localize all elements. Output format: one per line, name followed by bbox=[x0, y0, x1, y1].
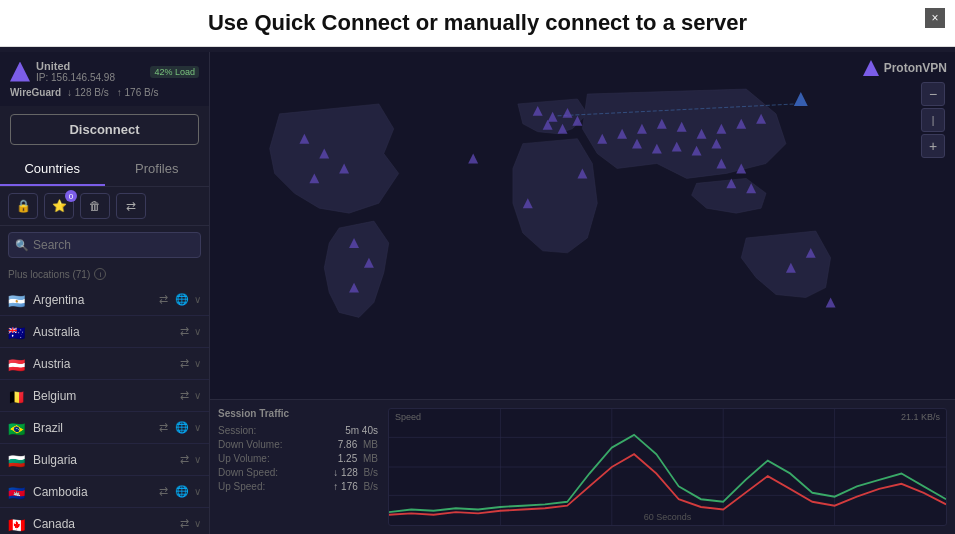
country-item-austria[interactable]: 🇦🇹 Austria ⇄ ∨ bbox=[0, 348, 209, 380]
disconnect-button[interactable]: Disconnect bbox=[10, 114, 199, 145]
stat-row-down-speed: Down Speed: ↓ 128 B/s bbox=[218, 467, 378, 478]
chevron-belgium[interactable]: ∨ bbox=[194, 390, 201, 401]
favorite-filter-button[interactable]: ⭐ 0 bbox=[44, 193, 74, 219]
chart-seconds-label: 60 Seconds bbox=[644, 512, 692, 522]
country-actions-austria: ⇄ ∨ bbox=[178, 355, 201, 372]
country-item-canada[interactable]: 🇨🇦 Canada ⇄ ∨ bbox=[0, 508, 209, 534]
secure-filter-button[interactable]: 🔒 bbox=[8, 193, 38, 219]
proton-brand-logo bbox=[863, 60, 879, 76]
info-icon: i bbox=[94, 268, 106, 280]
session-value: 5m 40s bbox=[345, 425, 378, 436]
connect-icon-brazil[interactable]: ⇄ bbox=[157, 419, 170, 436]
country-actions-brazil: ⇄ 🌐 ∨ bbox=[157, 419, 201, 436]
down-speed-label: Down Speed: bbox=[218, 467, 278, 478]
chevron-brazil[interactable]: ∨ bbox=[194, 422, 201, 433]
zoom-out-button[interactable]: − bbox=[921, 82, 945, 106]
tooltip-banner: Use Quick Connect or manually connect to… bbox=[0, 0, 955, 47]
flag-belgium: 🇧🇪 bbox=[8, 390, 26, 402]
load-badge: 42% Load bbox=[150, 66, 199, 78]
traffic-title: Session Traffic bbox=[218, 408, 378, 419]
flag-canada: 🇨🇦 bbox=[8, 518, 26, 530]
stat-row-up-vol: Up Volume: 1.25 MB bbox=[218, 453, 378, 464]
sidebar-header: United IP: 156.146.54.98 42% Load WireGu… bbox=[0, 52, 209, 106]
chevron-bulgaria[interactable]: ∨ bbox=[194, 454, 201, 465]
search-box: 🔍 bbox=[8, 232, 201, 258]
flag-cambodia: 🇰🇭 bbox=[8, 486, 26, 498]
country-item-cambodia[interactable]: 🇰🇭 Cambodia ⇄ 🌐 ∨ bbox=[0, 476, 209, 508]
country-name-austria: Austria bbox=[33, 357, 178, 371]
country-item-australia[interactable]: 🇦🇺 Australia ⇄ ∨ bbox=[0, 316, 209, 348]
chart-kb-label: 21.1 KB/s bbox=[901, 412, 940, 422]
country-name-bulgaria: Bulgaria bbox=[33, 453, 178, 467]
country-item-argentina[interactable]: 🇦🇷 Argentina ⇄ 🌐 ∨ bbox=[0, 284, 209, 316]
country-name-belgium: Belgium bbox=[33, 389, 178, 403]
connect-icon-argentina[interactable]: ⇄ bbox=[157, 291, 170, 308]
country-name-brazil: Brazil bbox=[33, 421, 157, 435]
stat-row-session: Session: 5m 40s bbox=[218, 425, 378, 436]
connect-icon-austria[interactable]: ⇄ bbox=[178, 355, 191, 372]
tooltip-close-button[interactable]: × bbox=[925, 8, 945, 28]
up-vol-label: Up Volume: bbox=[218, 453, 270, 464]
globe-icon-argentina[interactable]: 🌐 bbox=[173, 291, 191, 308]
down-speed-value: ↓ 128 B/s bbox=[333, 467, 378, 478]
chart-svg bbox=[389, 409, 946, 525]
connection-info: United IP: 156.146.54.98 bbox=[36, 60, 144, 83]
chart-speed-label: Speed bbox=[395, 412, 421, 422]
tab-row: Countries Profiles bbox=[0, 153, 209, 187]
search-input[interactable] bbox=[8, 232, 201, 258]
svg-marker-2 bbox=[794, 92, 808, 106]
flag-australia: 🇦🇺 bbox=[8, 326, 26, 338]
arrows-icon: ⇄ bbox=[126, 199, 136, 213]
up-speed: ↑ 176 B/s bbox=[117, 87, 159, 98]
zoom-in-button[interactable]: + bbox=[921, 134, 945, 158]
traffic-stats: Session Traffic Session: 5m 40s Down Vol… bbox=[218, 408, 378, 526]
flag-bulgaria: 🇧🇬 bbox=[8, 454, 26, 466]
down-vol-value: 7.86 MB bbox=[338, 439, 378, 450]
connection-title: United bbox=[36, 60, 144, 72]
country-item-bulgaria[interactable]: 🇧🇬 Bulgaria ⇄ ∨ bbox=[0, 444, 209, 476]
zoom-sep: | bbox=[921, 108, 945, 132]
chevron-austria[interactable]: ∨ bbox=[194, 358, 201, 369]
session-label: Session: bbox=[218, 425, 256, 436]
country-actions-cambodia: ⇄ 🌐 ∨ bbox=[157, 483, 201, 500]
tooltip-title: Use Quick Connect or manually connect to… bbox=[208, 10, 747, 36]
traffic-panel: Session Traffic Session: 5m 40s Down Vol… bbox=[210, 399, 955, 534]
chevron-australia[interactable]: ∨ bbox=[194, 326, 201, 337]
country-actions-canada: ⇄ ∨ bbox=[178, 515, 201, 532]
country-name-argentina: Argentina bbox=[33, 293, 157, 307]
connect-icon-cambodia[interactable]: ⇄ bbox=[157, 483, 170, 500]
stat-row-down-vol: Down Volume: 7.86 MB bbox=[218, 439, 378, 450]
connect-icon-bulgaria[interactable]: ⇄ bbox=[178, 451, 191, 468]
search-icon: 🔍 bbox=[15, 239, 29, 252]
chevron-canada[interactable]: ∨ bbox=[194, 518, 201, 529]
flag-austria: 🇦🇹 bbox=[8, 358, 26, 370]
p2p-filter-button[interactable]: ⇄ bbox=[116, 193, 146, 219]
country-item-belgium[interactable]: 🇧🇪 Belgium ⇄ ∨ bbox=[0, 380, 209, 412]
stat-row-up-speed: Up Speed: ↑ 176 B/s bbox=[218, 481, 378, 492]
filter-row: 🔒 ⭐ 0 🗑 ⇄ bbox=[0, 187, 209, 226]
globe-icon-cambodia[interactable]: 🌐 bbox=[173, 483, 191, 500]
recents-filter-button[interactable]: 🗑 bbox=[80, 193, 110, 219]
connect-icon-belgium[interactable]: ⇄ bbox=[178, 387, 191, 404]
plus-locations-label: Plus locations (71) i bbox=[0, 264, 209, 284]
up-speed-value: ↑ 176 B/s bbox=[333, 481, 378, 492]
chevron-cambodia[interactable]: ∨ bbox=[194, 486, 201, 497]
chevron-argentina[interactable]: ∨ bbox=[194, 294, 201, 305]
globe-icon-brazil[interactable]: 🌐 bbox=[173, 419, 191, 436]
connect-icon-canada[interactable]: ⇄ bbox=[178, 515, 191, 532]
lock-icon: 🔒 bbox=[16, 199, 31, 213]
country-name-cambodia: Cambodia bbox=[33, 485, 157, 499]
country-item-brazil[interactable]: 🇧🇷 Brazil ⇄ 🌐 ∨ bbox=[0, 412, 209, 444]
connect-icon-australia[interactable]: ⇄ bbox=[178, 323, 191, 340]
ip-text: IP: 156.146.54.98 bbox=[36, 72, 144, 83]
server-pin-home bbox=[794, 92, 808, 106]
tab-countries[interactable]: Countries bbox=[0, 153, 105, 186]
proton-logo-icon bbox=[10, 62, 30, 82]
svg-marker-0 bbox=[863, 60, 879, 76]
down-vol-label: Down Volume: bbox=[218, 439, 282, 450]
country-actions-argentina: ⇄ 🌐 ∨ bbox=[157, 291, 201, 308]
protocol-name: WireGuard bbox=[10, 87, 61, 98]
chart-area: Speed 21.1 KB/s 60 Seconds bbox=[388, 408, 947, 526]
tab-profiles[interactable]: Profiles bbox=[105, 153, 210, 186]
favorite-badge: 0 bbox=[65, 190, 77, 202]
